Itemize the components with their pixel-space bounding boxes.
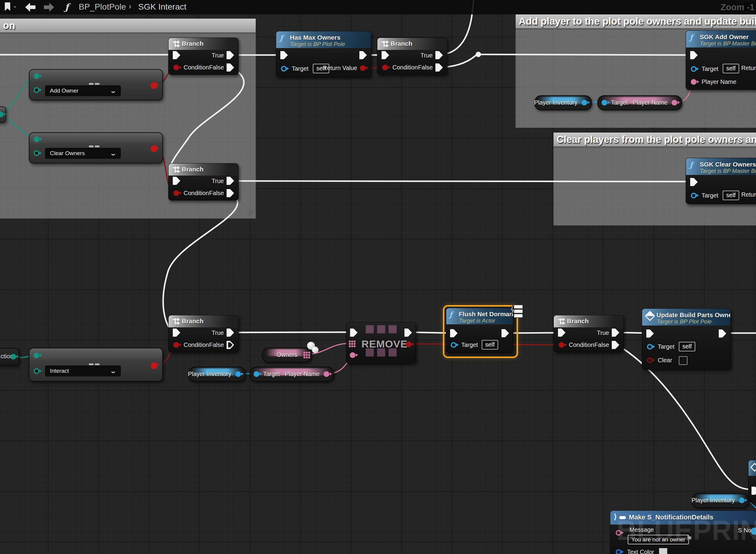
- target-self-input[interactable]: self: [679, 342, 695, 351]
- array-remove-node[interactable]: REMOVE: [346, 322, 416, 364]
- false-out-pin[interactable]: [612, 341, 619, 349]
- true-out-pin[interactable]: [227, 177, 234, 185]
- interface-out-pin[interactable]: [10, 354, 16, 359]
- flush-net-dormancy-node[interactable]: ƒ Flush Net Dormancy Target is Actor Tar…: [446, 308, 513, 353]
- branch-node-5[interactable]: Branch True Condition False: [554, 315, 624, 352]
- string-out-pin[interactable]: [672, 100, 677, 106]
- branch-node-1[interactable]: Branch True Condition False: [168, 38, 239, 75]
- interface-out-pin[interactable]: [0, 112, 4, 117]
- player-inventory-pill-bottom[interactable]: Player Inventory: [188, 367, 246, 382]
- delegate-in-pin[interactable]: [34, 352, 39, 358]
- target-in-pin[interactable]: [253, 371, 259, 377]
- delegate-in-pin[interactable]: [34, 136, 39, 142]
- false-out-pin[interactable]: [227, 341, 234, 349]
- interact-dropdown[interactable]: Interact ⌄: [45, 366, 121, 376]
- get-player-name-pill-bottom[interactable]: Target Player Name: [249, 367, 334, 382]
- update-build-parts-owners-node[interactable]: Update Build Parts Owners Target is BP P…: [642, 309, 731, 370]
- breadcrumb-parent[interactable]: BP_PlotPole: [79, 2, 126, 12]
- true-out-pin[interactable]: [227, 329, 234, 337]
- clear-owners-event-node[interactable]: Clear Owners ⌄: [29, 132, 163, 164]
- sgk-add-owner-node[interactable]: ƒ SGK Add Owner Target is BP Master Buil…: [686, 31, 756, 90]
- clear-pin[interactable]: [647, 357, 653, 363]
- exec-in-pin[interactable]: [646, 329, 654, 338]
- bool-out-pin[interactable]: [151, 145, 158, 152]
- branch-node-4[interactable]: Branch True Condition False: [168, 315, 239, 352]
- comment-header[interactable]: Clear players from the plot pole owners …: [554, 132, 756, 147]
- exec-out-pin[interactable]: [502, 329, 509, 337]
- node-header[interactable]: Branch: [377, 38, 447, 50]
- make-notification-details-node[interactable]: ⟩ Make S_NotificationDetails Message You…: [610, 510, 756, 554]
- false-out-pin[interactable]: [227, 189, 234, 197]
- target-pin[interactable]: [647, 344, 653, 349]
- object-out-pin[interactable]: [739, 497, 745, 503]
- return-value-pin[interactable]: [360, 65, 366, 71]
- get-player-name-pill-top[interactable]: Target Player Name: [597, 95, 682, 110]
- exec-out-pin[interactable]: [404, 329, 412, 337]
- condition-pin[interactable]: [382, 65, 388, 70]
- node-header[interactable]: Branch: [169, 164, 238, 175]
- back-arrow-button[interactable]: [25, 3, 36, 12]
- bookmark-icon[interactable]: [4, 2, 13, 12]
- target-self-input[interactable]: self: [723, 190, 739, 200]
- node-header[interactable]: Branch: [169, 315, 238, 327]
- bool-out-pin[interactable]: [406, 341, 412, 347]
- node-header[interactable]: Update Build Parts Owners Target is BP P…: [642, 309, 731, 326]
- node-header[interactable]: Branch: [554, 315, 624, 327]
- player-inventory-pill-top[interactable]: Player Inventory: [534, 95, 592, 110]
- item-in-pin[interactable]: [350, 352, 355, 358]
- string-out-pin[interactable]: [324, 371, 329, 377]
- comment-header[interactable]: Add player to the plot pole owners and u…: [516, 14, 756, 28]
- exec-in-pin[interactable]: [173, 177, 180, 185]
- node-header[interactable]: [749, 460, 756, 476]
- object-out-pin[interactable]: [235, 371, 241, 377]
- target-pin[interactable]: [451, 342, 456, 348]
- comment-header[interactable]: on: [0, 19, 256, 33]
- struct-out-pin[interactable]: [751, 528, 756, 535]
- text-color-pin[interactable]: [616, 549, 621, 554]
- node-header[interactable]: Branch: [169, 38, 238, 50]
- false-out-pin[interactable]: [227, 63, 234, 71]
- player-name-pin[interactable]: [691, 79, 697, 85]
- exec-in-pin[interactable]: [173, 329, 180, 337]
- owners-array-pill[interactable]: Owners: [262, 347, 312, 363]
- exec-in-pin[interactable]: [690, 51, 698, 59]
- color-swatch[interactable]: [659, 548, 667, 554]
- exec-in-pin[interactable]: [280, 51, 288, 59]
- message-input[interactable]: You are not an owner: [628, 535, 689, 544]
- cut-node-function[interactable]: ction: [0, 348, 19, 366]
- condition-pin[interactable]: [173, 342, 179, 348]
- bookmark-chevron-icon[interactable]: ⌄: [13, 2, 17, 9]
- target-pin[interactable]: [281, 66, 287, 71]
- exec-in-pin[interactable]: [752, 487, 756, 495]
- exec-in-pin[interactable]: [173, 51, 180, 59]
- add-owner-dropdown[interactable]: Add Owner ⌄: [45, 86, 121, 96]
- false-out-pin[interactable]: [435, 63, 443, 71]
- condition-pin[interactable]: [559, 342, 564, 348]
- target-in-pin[interactable]: [601, 100, 607, 106]
- node-header[interactable]: ƒ SGK Clear Owners Target is BP Master B…: [686, 158, 756, 175]
- interact-event-node[interactable]: Interact ⌄: [29, 348, 163, 381]
- array-out-pin[interactable]: [303, 352, 305, 353]
- target-pin[interactable]: [691, 66, 697, 72]
- clear-owners-dropdown[interactable]: Clear Owners ⌄: [45, 148, 121, 159]
- add-owner-event-node[interactable]: Add Owner ⌄: [29, 69, 163, 100]
- comment-resize-grip[interactable]: [247, 210, 253, 216]
- target-self-input[interactable]: self: [723, 64, 739, 73]
- exec-in-pin[interactable]: [558, 329, 566, 337]
- exec-in-pin[interactable]: [350, 329, 358, 337]
- clear-checkbox[interactable]: [679, 356, 688, 365]
- delegate-pin-2[interactable]: [34, 87, 39, 93]
- bool-out-pin[interactable]: [151, 82, 158, 89]
- sgk-clear-owners-node[interactable]: ƒ SGK Clear Owners Target is BP Master B…: [686, 158, 756, 204]
- player-inventory-pill-right[interactable]: Player Inventory: [692, 493, 749, 508]
- exec-in-pin[interactable]: [450, 329, 458, 337]
- exec-out-pin[interactable]: [359, 51, 367, 59]
- node-header[interactable]: ƒ Flush Net Dormancy Target is Actor: [446, 308, 513, 324]
- message-pin[interactable]: [616, 530, 621, 536]
- exec-out-pin[interactable]: [719, 329, 726, 338]
- true-out-pin[interactable]: [435, 51, 443, 59]
- delegate-pin-2[interactable]: [34, 150, 39, 156]
- exec-in-pin[interactable]: [382, 51, 389, 59]
- array-in-pin[interactable]: [349, 341, 351, 342]
- condition-pin[interactable]: [173, 190, 179, 196]
